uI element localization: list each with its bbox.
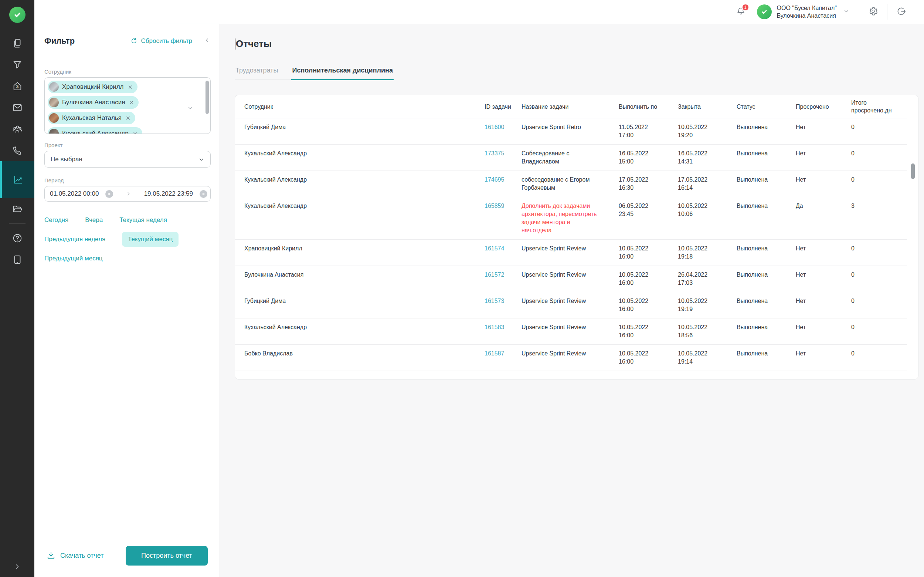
funnel-icon (12, 59, 23, 70)
task-id-link[interactable]: 161587 (485, 350, 504, 356)
task-name-cell: Upservice Sprint Review (522, 350, 597, 358)
overdue-cell: Нет (796, 240, 851, 266)
help-icon (12, 233, 23, 244)
download-report-button[interactable]: Скачать отчет (46, 551, 103, 560)
reset-filter-button[interactable]: Сбросить фильтр (130, 37, 192, 45)
quick-filter-button[interactable]: Предыдущий месяц (44, 251, 103, 266)
sidebar-item-calls[interactable] (0, 140, 34, 161)
remove-chip-icon[interactable] (132, 131, 138, 134)
sidebar-item-reports[interactable] (0, 161, 34, 198)
filter-panel: Фильтр Сбросить фильтр Сотрудник Храпови… (34, 24, 220, 577)
empty-row (235, 371, 907, 380)
closed-cell: 10.05.2022 10:06 (678, 202, 712, 218)
employee-avatar (49, 82, 59, 92)
employee-multiselect[interactable]: Храповицкий КириллБулочкина АнастасияКух… (44, 77, 211, 134)
sidebar-expand-chevron-icon[interactable] (0, 562, 34, 571)
employee-cell: Кухальский Александр (235, 145, 485, 171)
page-title: Отчеты (235, 38, 918, 50)
employee-chip[interactable]: Булочкина Анастасия (48, 96, 138, 109)
column-header: Итого просрочено,дн (851, 95, 907, 118)
task-id-link[interactable]: 161583 (485, 324, 504, 330)
tab-labor-costs[interactable]: Трудозатраты (235, 66, 279, 79)
task-id-link[interactable]: 161572 (485, 271, 504, 278)
quick-period-filters: СегодняВчераТекущая неделяПредыдущая нед… (44, 213, 214, 266)
employee-chip[interactable]: Кухальский Александр (48, 127, 142, 134)
sidebar-item-mail[interactable] (0, 97, 34, 118)
task-name-cell: Upservice Sprint Review (522, 271, 597, 279)
remove-chip-icon[interactable] (129, 100, 134, 105)
status-cell: Выполнена (737, 292, 796, 319)
overdue-days-cell: 0 (851, 240, 907, 266)
remove-chip-icon[interactable] (127, 84, 133, 90)
collapse-filter-chevron-icon[interactable] (203, 37, 211, 45)
closed-cell: 17.05.2022 16:14 (678, 176, 712, 192)
sidebar-item-files[interactable] (0, 198, 34, 220)
quick-filter-button[interactable]: Текущий месяц (122, 232, 178, 247)
build-report-button[interactable]: Построить отчет (126, 546, 208, 566)
closed-cell: 10.05.2022 19:18 (678, 245, 712, 261)
sidebar-item-finance[interactable]: $ (0, 76, 34, 97)
text-caret (235, 39, 235, 50)
employee-cell: Бобко Владислав (235, 345, 485, 371)
sidebar-divider (9, 223, 26, 224)
status-cell: Выполнена (737, 345, 796, 371)
notifications-bell-icon[interactable]: 1 (736, 6, 746, 18)
sidebar-item-tasks[interactable] (0, 32, 34, 54)
period-range-input[interactable]: 01.05.2022 00:00 19.05.2022 23:59 (44, 186, 211, 201)
overdue-days-cell: 0 (851, 345, 907, 371)
team-icon (12, 124, 23, 135)
task-id-link[interactable]: 173375 (485, 150, 504, 156)
chevron-down-icon[interactable] (186, 104, 194, 113)
quick-filter-button[interactable]: Сегодня (44, 213, 68, 227)
quick-filter-button[interactable]: Вчера (85, 213, 103, 227)
account-menu[interactable]: ООО "Бусел Капитал" Булочкина Анастасия (757, 4, 850, 19)
task-id-link[interactable]: 174695 (485, 176, 504, 183)
app-logo-check-icon[interactable] (9, 6, 26, 23)
table-scrollbar[interactable] (911, 163, 915, 179)
settings-gear-icon[interactable] (868, 6, 878, 18)
task-id-link[interactable]: 161573 (485, 298, 504, 304)
due-cell: 10.05.2022 16:00 (619, 271, 653, 287)
task-name-cell: Upservice Sprint Review (522, 297, 597, 305)
status-cell: Выполнена (737, 197, 796, 240)
overdue-days-cell: 0 (851, 319, 907, 345)
period-to-value[interactable]: 19.05.2022 23:59 (144, 190, 193, 198)
due-cell: 11.05.2022 17:00 (619, 123, 653, 139)
sidebar-item-help[interactable] (0, 227, 34, 249)
closed-cell: 10.05.2022 19:20 (678, 123, 712, 139)
logout-icon[interactable] (896, 6, 906, 18)
task-id-link[interactable]: 161600 (485, 124, 504, 130)
multiselect-scrollbar[interactable] (206, 81, 209, 114)
overdue-days-cell: 0 (851, 266, 907, 292)
employee-cell: Кухальский Александр (235, 319, 485, 345)
overdue-cell: Нет (796, 171, 851, 197)
filter-title: Фильтр (44, 36, 75, 46)
due-cell: 10.05.2022 16:00 (619, 245, 653, 261)
task-id-link[interactable]: 165859 (485, 203, 504, 209)
column-header: Сотрудник (235, 95, 485, 118)
phone-icon (12, 145, 23, 156)
sidebar-item-mobile-app[interactable] (0, 249, 34, 271)
employee-chip[interactable]: Кухальская Наталья (48, 112, 135, 124)
divider (859, 4, 859, 19)
clipboard-icon (12, 38, 23, 49)
table-row: Губицкий Дима161573Upservice Sprint Revi… (235, 292, 907, 319)
sidebar: $ (0, 0, 34, 577)
sidebar-item-team[interactable] (0, 118, 34, 140)
notification-badge: 1 (742, 4, 749, 11)
quick-filter-button[interactable]: Текущая неделя (119, 213, 167, 227)
column-header: Просрочено (796, 95, 851, 118)
tab-executive-discipline[interactable]: Исполнительская дисциплина (291, 66, 394, 80)
quick-filter-button[interactable]: Предыдущая неделя (44, 232, 105, 247)
sidebar-item-sales[interactable] (0, 54, 34, 76)
period-from-value[interactable]: 01.05.2022 00:00 (50, 190, 99, 198)
project-select[interactable]: Не выбран (44, 151, 211, 168)
task-id-link[interactable]: 161574 (485, 245, 504, 251)
overdue-days-cell: 3 (851, 197, 907, 240)
clear-date-icon[interactable] (105, 190, 113, 198)
clear-date-icon[interactable] (199, 190, 207, 198)
employee-chip[interactable]: Храповицкий Кирилл (48, 81, 138, 93)
employee-cell: Кухальский Александр (235, 197, 485, 240)
closed-cell: 16.05.2022 14:31 (678, 150, 712, 166)
remove-chip-icon[interactable] (125, 115, 131, 121)
